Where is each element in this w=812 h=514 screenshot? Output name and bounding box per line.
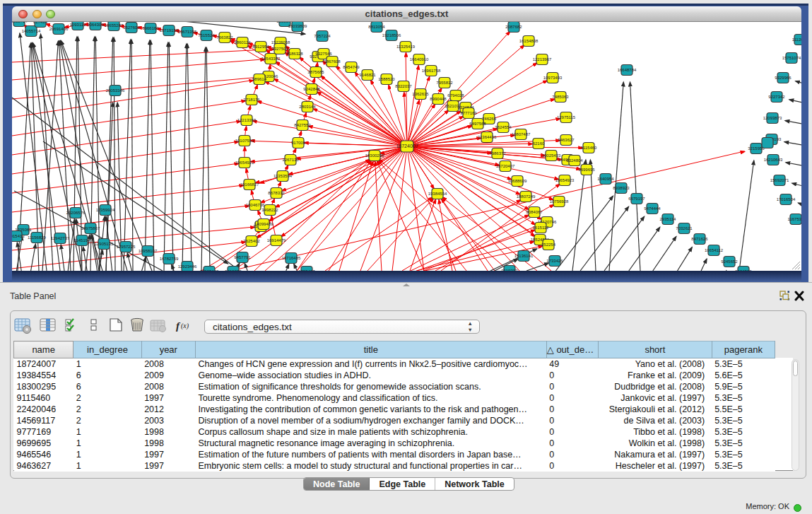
svg-text:989614: 989614	[252, 77, 267, 81]
svg-text:15716485: 15716485	[282, 256, 301, 260]
svg-text:1527602: 1527602	[123, 25, 140, 30]
svg-text:19654921: 19654921	[235, 160, 254, 165]
svg-text:6794028: 6794028	[447, 93, 464, 98]
svg-text:2718176: 2718176	[243, 98, 260, 102]
svg-text:16640910: 16640910	[410, 57, 429, 62]
svg-text:1733426: 1733426	[546, 259, 563, 263]
svg-text:7955812: 7955812	[436, 81, 453, 85]
svg-text:7357224: 7357224	[314, 34, 331, 38]
svg-text:21364436: 21364436	[478, 135, 497, 139]
svg-text:16961758: 16961758	[422, 69, 441, 73]
svg-text:9115460: 9115460	[581, 146, 598, 150]
svg-text:3624554: 3624554	[495, 125, 512, 129]
svg-text:10671355: 10671355	[178, 30, 197, 34]
svg-text:9329966: 9329966	[775, 76, 792, 80]
svg-text:7625402: 7625402	[243, 239, 260, 243]
svg-text:7986372: 7986372	[489, 151, 506, 156]
svg-text:7663822: 7663822	[216, 35, 233, 40]
svg-text:9110212: 9110212	[502, 269, 519, 271]
svg-text:11156829: 11156829	[28, 235, 46, 240]
svg-text:8813054: 8813054	[368, 25, 385, 29]
svg-text:10958107: 10958107	[139, 249, 158, 253]
svg-text:1640954: 1640954	[597, 177, 614, 181]
svg-text:19654923: 19654923	[555, 178, 575, 182]
svg-text:16543382: 16543382	[261, 57, 281, 61]
svg-text:9242848: 9242848	[303, 87, 320, 91]
svg-text:14099489: 14099489	[254, 222, 273, 226]
svg-text:8678332: 8678332	[268, 191, 285, 195]
svg-text:9324804: 9324804	[566, 158, 583, 163]
svg-text:9327503: 9327503	[271, 47, 288, 51]
svg-text:12923446: 12923446	[178, 264, 197, 269]
svg-text:917006: 917006	[291, 141, 306, 145]
svg-text:17957225: 17957225	[117, 245, 136, 249]
svg-text:1588520: 1588520	[378, 77, 395, 81]
svg-text:8990448: 8990448	[430, 97, 447, 101]
svg-text:12942737: 12942737	[51, 236, 70, 240]
svg-text:9084067: 9084067	[526, 210, 543, 214]
svg-text:9463627: 9463627	[558, 138, 575, 142]
svg-text:252254: 252254	[541, 243, 556, 247]
svg-text:15692071: 15692071	[770, 178, 789, 182]
svg-text:10973493: 10973493	[543, 76, 563, 80]
svg-text:16210643: 16210643	[764, 158, 783, 162]
svg-text:1167533: 1167533	[788, 217, 801, 221]
svg-text:(x): (x)	[181, 322, 189, 330]
svg-text:1093112: 1093112	[70, 23, 87, 27]
svg-text:2087682: 2087682	[505, 25, 522, 29]
svg-text:7032621: 7032621	[676, 226, 693, 230]
svg-text:9064309: 9064309	[87, 23, 104, 27]
svg-text:1145194: 1145194	[74, 238, 91, 243]
svg-text:617434: 617434	[33, 22, 48, 24]
svg-text:9245652: 9245652	[721, 259, 738, 264]
svg-text:12213369: 12213369	[237, 118, 257, 122]
svg-text:12923448: 12923448	[200, 269, 219, 271]
svg-text:17359924: 17359924	[96, 208, 115, 212]
svg-text:8938923: 8938923	[613, 186, 630, 190]
svg-text:9474444: 9474444	[644, 206, 661, 211]
svg-text:16782759: 16782759	[160, 257, 179, 261]
svg-text:6966160: 6966160	[142, 26, 159, 30]
svg-text:9860124: 9860124	[234, 40, 251, 45]
svg-text:8322037: 8322037	[395, 84, 412, 88]
svg-text:12905135: 12905135	[95, 242, 114, 246]
svg-text:19384554: 19384554	[428, 192, 447, 196]
svg-text:20206576: 20206576	[66, 211, 86, 215]
svg-text:11353594: 11353594	[273, 174, 293, 178]
svg-text:20691406: 20691406	[49, 27, 69, 31]
svg-text:9227342: 9227342	[768, 95, 785, 99]
svg-text:1362615: 1362615	[412, 92, 429, 96]
svg-text:18300295: 18300295	[365, 153, 384, 158]
svg-text:62160: 62160	[533, 141, 545, 146]
svg-text:1003374: 1003374	[276, 22, 293, 23]
svg-text:2935114: 2935114	[660, 217, 677, 221]
svg-text:17016504: 17016504	[777, 197, 796, 201]
svg-text:2867608: 2867608	[324, 59, 341, 64]
svg-text:3267130: 3267130	[282, 158, 299, 162]
svg-text:9777169: 9777169	[460, 111, 477, 115]
svg-text:15720407: 15720407	[496, 164, 515, 168]
svg-text:12975115: 12975115	[557, 115, 576, 119]
svg-text:9699695: 9699695	[578, 168, 595, 172]
svg-text:10107553: 10107553	[235, 139, 254, 143]
svg-text:8471626: 8471626	[691, 237, 708, 241]
svg-text:10807487: 10807487	[512, 132, 531, 136]
svg-text:18724007: 18724007	[396, 144, 418, 148]
svg-text:14055714: 14055714	[22, 29, 41, 33]
svg-text:8912954: 8912954	[252, 45, 269, 49]
svg-text:11325419: 11325419	[396, 45, 416, 49]
svg-text:10719155: 10719155	[160, 28, 179, 33]
svg-text:7485063: 7485063	[552, 95, 569, 99]
svg-text:9410078: 9410078	[225, 269, 242, 271]
svg-text:746266: 746266	[482, 117, 497, 121]
svg-text:6497568: 6497568	[469, 122, 486, 126]
svg-text:8454749: 8454749	[343, 65, 360, 69]
svg-text:f: f	[176, 320, 181, 332]
svg-text:1393417: 1393417	[298, 269, 315, 271]
svg-text:2803144: 2803144	[299, 105, 316, 109]
svg-text:16914479: 16914479	[267, 238, 286, 243]
svg-text:19975867: 19975867	[81, 226, 100, 230]
svg-text:16648784: 16648784	[618, 68, 637, 72]
svg-text:15136141: 15136141	[514, 254, 534, 258]
svg-text:6679197: 6679197	[628, 197, 645, 201]
